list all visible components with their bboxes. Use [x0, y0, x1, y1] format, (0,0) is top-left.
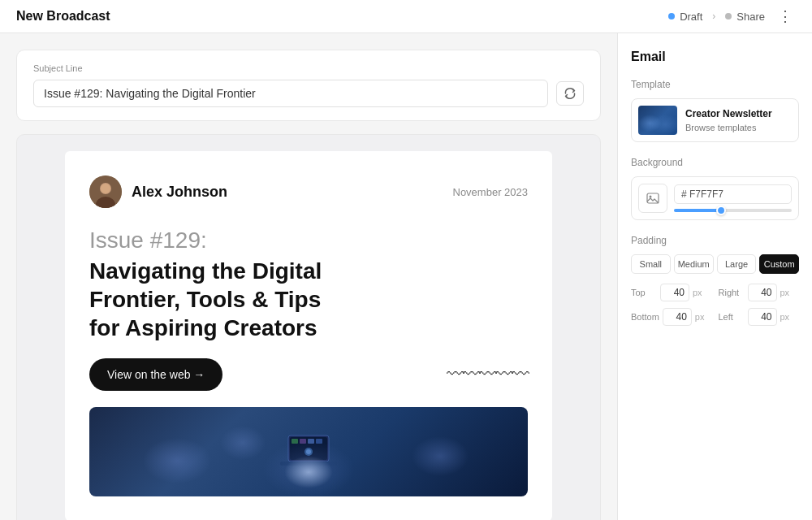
background-control [631, 176, 799, 220]
background-hex-input[interactable] [674, 184, 792, 204]
share-dot [725, 13, 732, 20]
svg-point-14 [650, 196, 652, 198]
main-layout: Subject Line [0, 33, 812, 520]
author-info: Alex Johnson [89, 176, 227, 208]
author-name: Alex Johnson [132, 184, 227, 201]
draft-label: Draft [680, 11, 702, 23]
more-options-button[interactable]: ⋮ [775, 4, 796, 28]
padding-section: Padding Small Medium Large Custom Top px… [631, 235, 799, 326]
share-label: Share [736, 11, 765, 23]
preview-inner: Alex Johnson November 2023 Issue #129: N… [65, 151, 552, 520]
template-thumbnail [638, 106, 677, 135]
background-right [674, 184, 792, 212]
draft-dot [668, 13, 675, 20]
browse-templates-button[interactable]: Browse templates [685, 123, 772, 132]
padding-bottom-unit: px [695, 312, 705, 322]
subject-input[interactable] [33, 80, 548, 107]
padding-bottom-input[interactable] [663, 308, 692, 326]
background-slider-thumb[interactable] [716, 206, 726, 215]
padding-top-input[interactable] [660, 284, 689, 301]
cta-label: View on the web → [107, 368, 205, 381]
refresh-button[interactable] [556, 81, 584, 106]
chevron-right-icon: › [712, 11, 715, 22]
template-section: Template Creator Newsletter Browse templ… [631, 79, 799, 142]
hero-image [89, 407, 528, 496]
padding-large-button[interactable]: Large [717, 254, 757, 274]
avatar-image [89, 176, 122, 208]
padding-right-input[interactable] [748, 284, 777, 301]
topbar-actions: Draft › Share ⋮ [668, 4, 796, 28]
padding-right-field: Right px [719, 284, 800, 301]
issue-title: Navigating the DigitalFrontier, Tools & … [89, 257, 528, 342]
draft-status: Draft [668, 11, 702, 23]
background-section: Background [631, 157, 799, 220]
template-thumb-glow [638, 106, 677, 135]
template-info: Creator Newsletter Browse templates [685, 108, 772, 132]
padding-medium-button[interactable]: Medium [674, 254, 714, 274]
view-on-web-button[interactable]: View on the web → [89, 358, 222, 391]
background-image-button[interactable] [638, 184, 667, 213]
image-icon [646, 191, 660, 206]
email-preview: Alex Johnson November 2023 Issue #129: N… [16, 134, 601, 520]
padding-top-unit: px [693, 288, 702, 297]
refresh-icon [564, 87, 577, 100]
padding-options: Small Medium Large Custom [631, 254, 799, 274]
subject-input-row [33, 80, 584, 107]
hero-glow [284, 456, 333, 488]
padding-top-field: Top px [631, 284, 712, 301]
cta-row: View on the web → 〰〰〰〰〰 [89, 358, 528, 391]
squiggle-decoration: 〰〰〰〰〰 [447, 364, 528, 385]
subject-label: Subject Line [33, 63, 584, 73]
svg-point-3 [101, 184, 110, 193]
template-block: Creator Newsletter Browse templates [631, 98, 799, 142]
background-slider-track [674, 209, 792, 212]
padding-bottom-field: Bottom px [631, 308, 712, 326]
padding-left-field: Left px [719, 308, 800, 326]
template-label: Template [631, 79, 799, 90]
padding-top-label: Top [631, 288, 657, 297]
padding-left-unit: px [780, 312, 790, 322]
padding-custom-button[interactable]: Custom [759, 254, 799, 274]
padding-right-unit: px [780, 288, 790, 297]
page-title: New Broadcast [16, 9, 110, 24]
padding-left-input[interactable] [748, 308, 777, 326]
padding-grid: Top px Right px Bottom px Left p [631, 284, 799, 326]
subject-card: Subject Line [16, 50, 601, 121]
padding-label: Padding [631, 235, 799, 246]
sidebar-title: Email [631, 50, 799, 64]
padding-right-label: Right [719, 288, 745, 297]
sidebar: Email Template Creator Newsletter Browse… [617, 33, 812, 520]
topbar: New Broadcast Draft › Share ⋮ [0, 0, 812, 33]
padding-bottom-label: Bottom [631, 312, 659, 322]
share-status: Share [725, 11, 765, 23]
padding-left-label: Left [719, 312, 745, 322]
background-label: Background [631, 157, 799, 168]
author-row: Alex Johnson November 2023 [89, 176, 528, 208]
issue-number: Issue #129: [89, 228, 528, 254]
avatar [89, 176, 122, 208]
padding-small-button[interactable]: Small [631, 254, 671, 274]
content-area: Subject Line [0, 33, 617, 520]
issue-date: November 2023 [453, 186, 529, 198]
template-name: Creator Newsletter [685, 108, 772, 119]
